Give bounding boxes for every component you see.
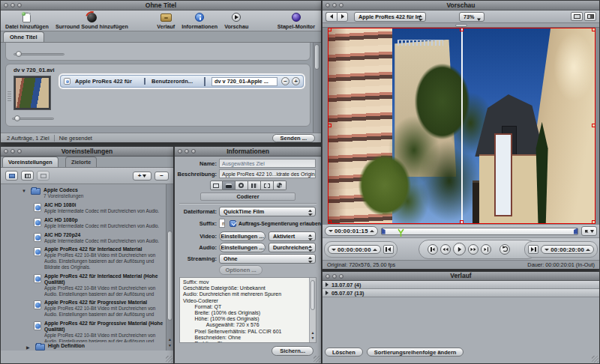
- resize-grip[interactable]: [314, 356, 320, 363]
- tab-presets[interactable]: Voreinstellungen: [2, 157, 58, 167]
- delete-button[interactable]: Löschen: [325, 348, 363, 357]
- go-to-start-button[interactable]: [428, 244, 438, 255]
- name-field[interactable]: Ausgewähltes Ziel: [219, 159, 316, 168]
- inspector-button[interactable]: Informationen: [182, 12, 218, 30]
- scroll-down-arrow[interactable]: ▼: [310, 336, 316, 340]
- job-card[interactable]: dv v 720_01.avi Apple ProRes 422 für Ben…: [5, 64, 310, 127]
- in-point-marker[interactable]: [382, 228, 386, 234]
- scroll-up-arrow[interactable]: ▲: [166, 337, 173, 342]
- remove-preset-button[interactable]: −: [154, 172, 169, 181]
- window-buttons[interactable]: [4, 3, 22, 7]
- actions-pane-icon[interactable]: [274, 181, 286, 190]
- preset-list-item[interactable]: AIC HD 1080i Apple Intermediate Codec mi…: [1, 201, 173, 216]
- batch-monitor-button[interactable]: Stapel-Monitor: [278, 12, 315, 30]
- resize-grip[interactable]: [592, 356, 598, 363]
- inspector-titlebar[interactable]: Informationen: [175, 147, 321, 157]
- presets-scrollbar[interactable]: ▲ ▼: [166, 184, 173, 351]
- preview-titlebar[interactable]: Vorschau: [322, 1, 599, 10]
- show-info-button[interactable]: [21, 171, 34, 181]
- increment-icon[interactable]: [586, 249, 590, 251]
- out-point-marker[interactable]: [574, 228, 578, 234]
- preset-list-item[interactable]: Apple ProRes 422 für Interlaced Material…: [1, 272, 173, 299]
- disclosure-triangle-icon[interactable]: ▼: [22, 187, 28, 193]
- target-row[interactable]: Apple ProRes 422 für Benutzerordn... dv …: [60, 75, 304, 88]
- target-output-field[interactable]: dv v 720_01-Apple ...: [204, 77, 279, 86]
- preset-list-item[interactable]: Apple ProRes 422 für Interlaced Material…: [1, 245, 173, 271]
- play-button[interactable]: [453, 243, 466, 255]
- split-divider-handle[interactable]: [455, 24, 467, 27]
- suffix-field[interactable]: mov: [219, 219, 225, 228]
- decrement-icon[interactable]: [332, 249, 336, 251]
- preview-button[interactable]: Vorschau: [224, 12, 248, 30]
- job-drag-grip[interactable]: [8, 91, 11, 102]
- tab-destinations[interactable]: Zielorte: [65, 157, 97, 167]
- preset-list-item[interactable]: AIC HD 720p24 Apple Intermediate Codec m…: [1, 231, 173, 246]
- window-buttons[interactable]: [178, 149, 196, 154]
- batch-scrollbar[interactable]: [313, 43, 320, 133]
- audio-settings-button[interactable]: Einstellungen ...: [219, 243, 266, 252]
- preview-image[interactable]: [328, 28, 596, 224]
- disclosure-triangle-icon[interactable]: [326, 291, 328, 295]
- audio-state-dropdown[interactable]: Durchreichen: [268, 243, 316, 252]
- target-destination[interactable]: Benutzerordn...: [144, 78, 202, 85]
- scrollbar-thumb[interactable]: [310, 280, 315, 310]
- scrollbar-thumb[interactable]: [314, 44, 320, 70]
- file-format-dropdown[interactable]: QuickTime Film: [219, 207, 316, 216]
- increment-icon[interactable]: [373, 249, 377, 251]
- filters-pane-icon[interactable]: [248, 181, 261, 190]
- description-field[interactable]: Apple ProRes 422 10...ldrate des Origina…: [219, 169, 316, 178]
- source-view-button[interactable]: [571, 12, 583, 21]
- preset-list-item[interactable]: Apple ProRes 422 für Progressive Materia…: [1, 298, 173, 319]
- output-view-button[interactable]: [584, 12, 596, 21]
- decrement-icon[interactable]: [328, 230, 333, 232]
- summary-scrollbar[interactable]: ▲ ▼: [309, 278, 316, 342]
- decrement-icon[interactable]: [544, 249, 549, 251]
- geometry-pane-icon[interactable]: [261, 181, 274, 190]
- window-buttons[interactable]: [4, 149, 22, 154]
- duplicate-button[interactable]: [37, 171, 50, 181]
- out-timecode-field[interactable]: 00:00:20:00: [541, 245, 594, 254]
- playhead-timecode-field[interactable]: 00:00:01:15: [325, 226, 378, 236]
- scrubber-knob[interactable]: [14, 115, 20, 121]
- increment-icon[interactable]: [370, 230, 374, 232]
- in-timecode-field[interactable]: 00:00:00:00: [328, 245, 381, 254]
- remove-target-button[interactable]: −: [281, 77, 290, 85]
- previous-item-button[interactable]: [326, 12, 337, 22]
- submit-button[interactable]: Senden ...: [272, 134, 315, 142]
- thumbnail-scrubber[interactable]: [12, 118, 54, 120]
- job-card-previous[interactable]: [5, 43, 310, 61]
- scrollbar-thumb[interactable]: [167, 231, 172, 321]
- scroll-up-arrow[interactable]: ▲: [310, 330, 316, 335]
- streaming-dropdown[interactable]: Ohne: [219, 254, 316, 264]
- preset-group-hd-row[interactable]: ▶ High Definition: [1, 342, 166, 351]
- set-in-point-button[interactable]: [383, 245, 394, 254]
- batch-titlebar[interactable]: Ohne Titel: [1, 1, 321, 10]
- summary-pane-icon[interactable]: [210, 181, 223, 190]
- thumbnail-scrubber[interactable]: [14, 53, 64, 55]
- add-file-button[interactable]: Datei hinzufügen: [5, 12, 49, 30]
- step-forward-button[interactable]: [468, 244, 478, 255]
- scrubber-knob[interactable]: [16, 51, 22, 57]
- loop-button[interactable]: [500, 244, 510, 255]
- history-entry-row[interactable]: 05.07.07 (13): [322, 289, 599, 297]
- video-state-dropdown[interactable]: Aktiviert: [268, 231, 316, 241]
- next-item-button[interactable]: [337, 12, 348, 22]
- set-out-point-button[interactable]: [528, 245, 538, 254]
- history-titlebar[interactable]: Verlauf: [322, 272, 599, 281]
- reorder-button[interactable]: Sortierungsreihenfolge ändern: [367, 348, 464, 357]
- preset-group-row[interactable]: ▼ Apple Codecs 7 Voreinstellungen: [1, 184, 173, 201]
- resize-grip[interactable]: [166, 356, 172, 363]
- scroll-down-arrow[interactable]: ▼: [166, 343, 173, 348]
- timeline-scrubber[interactable]: [381, 228, 578, 235]
- target-preset[interactable]: Apple ProRes 422 für: [75, 78, 144, 85]
- history-button[interactable]: Verlauf: [157, 12, 175, 30]
- batch-tab[interactable]: Ohne Titel: [3, 31, 44, 42]
- add-target-button[interactable]: +: [292, 77, 300, 85]
- split-divider-line[interactable]: [461, 28, 463, 224]
- disclosure-triangle-icon[interactable]: [326, 282, 328, 287]
- window-buttons[interactable]: [326, 274, 344, 279]
- step-back-button[interactable]: [440, 244, 451, 255]
- zoom-dropdown[interactable]: 73%: [459, 12, 484, 22]
- history-entry-row[interactable]: 13.07.07 (4): [322, 281, 599, 289]
- add-preset-button[interactable]: +: [133, 172, 152, 181]
